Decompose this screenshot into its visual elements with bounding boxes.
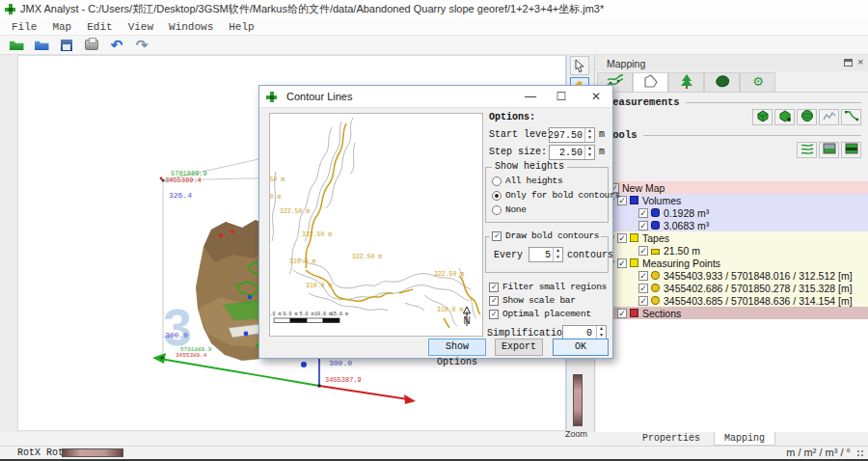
dock-icon[interactable]	[844, 59, 853, 67]
checkbox-box[interactable]: ✓	[489, 296, 499, 306]
print-button[interactable]	[81, 37, 102, 53]
svg-text:310.0 m: 310.0 m	[306, 283, 332, 289]
open-folder-button[interactable]	[31, 37, 52, 53]
bold-contours-group: ✓ Draw bold contours Every 5▲▼ contours	[485, 236, 609, 273]
draw-bold-contours-checkbox[interactable]: ✓ Draw bold contours	[490, 230, 601, 241]
radio-all-heights[interactable]: All heights	[492, 176, 562, 186]
radio-none[interactable]: None	[492, 204, 527, 215]
undo-button[interactable]	[106, 37, 127, 53]
every-input[interactable]: 5▲▼	[529, 247, 563, 262]
svg-text:5.0 m: 5.0 m	[299, 312, 313, 317]
tree-row-sections[interactable]: ✓Sections	[596, 307, 868, 319]
start-level-input[interactable]: 297.50▲▼	[549, 127, 595, 143]
tree-row-0-1928-m-[interactable]: ✓0.1928 m³	[596, 206, 868, 219]
svg-text:322.50 m: 322.50 m	[352, 254, 382, 260]
radio-button[interactable]	[492, 205, 502, 215]
profile-measure-button[interactable]	[819, 109, 839, 125]
tree-row-volumes[interactable]: ∨✓Volumes	[596, 194, 868, 206]
tree-row-tapes[interactable]: ∨✓Tapes	[596, 231, 868, 244]
svg-text:322.50 m: 322.50 m	[302, 231, 332, 238]
checkbox-box[interactable]: ✓	[489, 310, 499, 319]
tree-row-21-50-m[interactable]: ✓21.50 m	[596, 244, 868, 257]
square-icon	[630, 196, 638, 204]
rotx-label: RotX	[17, 447, 41, 458]
sphere-measure-button[interactable]	[797, 109, 817, 125]
status-bar: RotX RotY m / m² / m³ / °	[0, 446, 868, 459]
menu-edit[interactable]: Edit	[79, 20, 120, 34]
tab-settings[interactable]: ⚙	[740, 72, 775, 92]
visibility-checkbox[interactable]: ✓	[638, 284, 648, 293]
menu-map[interactable]: Map	[44, 20, 79, 34]
units-grid-icon[interactable]	[856, 449, 864, 457]
halffill-tool-button[interactable]	[819, 142, 839, 158]
panel-close-icon[interactable]: ×	[857, 56, 863, 68]
rotation-slider[interactable]	[62, 448, 123, 457]
contour-preview[interactable]: 322.50 m310.0 m322.50 m322.50 m322.50 m3…	[269, 113, 483, 337]
tree-row-3455403-685-5701848-636-[interactable]: ✓3455403.685 / 5701848.636 / 314.154 [m]	[596, 294, 868, 307]
open-file-button[interactable]	[6, 37, 27, 53]
dialog-title-bar[interactable]: Contour Lines — ☐ ✕	[259, 86, 612, 108]
menu-help[interactable]: Help	[221, 20, 261, 34]
step-size-unit: m	[599, 147, 605, 157]
dialog-close-button[interactable]: ✕	[583, 86, 609, 107]
dialog-minimize-button[interactable]: —	[518, 86, 543, 107]
svg-text:326.4: 326.4	[169, 191, 192, 200]
dialog-title: Contour Lines	[286, 91, 353, 102]
tree-row-3455402-686-5701850-278-[interactable]: ✓3455402.686 / 5701850.278 / 315.328 [m]	[596, 282, 868, 294]
tree-item-label: 3455403.933 / 5701848.016 / 312.512 [m]	[664, 270, 853, 282]
bandfill-tool-button[interactable]	[841, 142, 861, 158]
contour-height-labels: 322.50 m310.0 m322.50 m322.50 m322.50 m3…	[270, 176, 464, 313]
tree-row-3-0683-m-[interactable]: ✓3.0683 m³	[596, 219, 868, 231]
tree-row-3455403-933-5701848-016-[interactable]: ✓3455403.933 / 5701848.016 / 312.512 [m]	[596, 269, 868, 282]
step-size-input[interactable]: 2.50▲▼	[549, 145, 595, 160]
area-measure-icon	[777, 109, 793, 126]
checkbox-label: Filter small regions	[502, 282, 607, 292]
checkbox-box[interactable]: ✓	[489, 283, 499, 292]
radio-only-for-bold-contours[interactable]: Only for bold contours	[492, 190, 620, 201]
tree-row-new-map[interactable]: ✓New Map	[596, 181, 868, 194]
app-logo-icon	[5, 4, 15, 14]
menu-windows[interactable]: Windows	[161, 20, 221, 34]
visibility-checkbox[interactable]: ✓	[638, 208, 648, 218]
area-measure-button[interactable]	[774, 109, 795, 125]
radio-button[interactable]	[492, 176, 502, 186]
tree-row-measuring-points[interactable]: ∨✓Measuring Points	[596, 257, 868, 269]
show-options-button[interactable]: Show Options	[428, 339, 486, 356]
window-title: JMX Analyst - C:/Users/郑江/Desktop/3GSM软件…	[20, 2, 604, 16]
visibility-checkbox[interactable]: ✓	[638, 221, 648, 230]
checkbox-optimal-placement[interactable]: ✓Optimal placement	[489, 309, 591, 319]
visibility-checkbox[interactable]: ✓	[638, 271, 648, 281]
dialog-maximize-button[interactable]: ☐	[549, 86, 574, 107]
svg-text:310.0 m: 310.0 m	[437, 307, 463, 313]
bottom-tab-properties[interactable]: Properties	[633, 432, 710, 446]
select-tool-button[interactable]	[570, 56, 589, 75]
region-icon	[713, 73, 732, 93]
visibility-checkbox[interactable]: ✓	[638, 296, 648, 306]
redo-button[interactable]	[131, 37, 152, 53]
tab-vegetation[interactable]	[668, 72, 704, 92]
point-icon	[651, 296, 660, 305]
visibility-checkbox[interactable]: ✓	[617, 233, 627, 243]
section-measure-button[interactable]	[841, 109, 861, 125]
contour-tool-button[interactable]	[797, 142, 817, 158]
menu-file[interactable]: File	[4, 20, 44, 34]
bottom-tab-mapping[interactable]: Mapping	[714, 432, 775, 446]
tab-polyline-shape[interactable]	[633, 72, 668, 92]
save-button[interactable]	[56, 37, 77, 53]
svg-text:3455389.4: 3455389.4	[176, 352, 207, 359]
visibility-checkbox[interactable]: ✓	[617, 309, 627, 318]
menu-view[interactable]: View	[121, 20, 161, 34]
tab-region[interactable]	[704, 72, 740, 92]
volume-measure-button[interactable]	[752, 109, 773, 125]
checkbox-filter-small-regions[interactable]: ✓Filter small regions	[489, 282, 607, 292]
ok-button[interactable]: OK	[553, 339, 609, 356]
zoom-slider[interactable]	[573, 374, 583, 426]
export-button[interactable]: Export	[495, 339, 543, 356]
contour-tool-icon	[800, 142, 815, 159]
checkbox-show-scale-bar[interactable]: ✓Show scale bar	[489, 295, 576, 306]
visibility-checkbox[interactable]: ✓	[638, 246, 648, 256]
radio-label: All heights	[505, 176, 562, 186]
radio-button[interactable]	[492, 191, 502, 201]
section-measure-icon	[844, 109, 859, 126]
visibility-checkbox[interactable]: ✓	[617, 258, 627, 268]
